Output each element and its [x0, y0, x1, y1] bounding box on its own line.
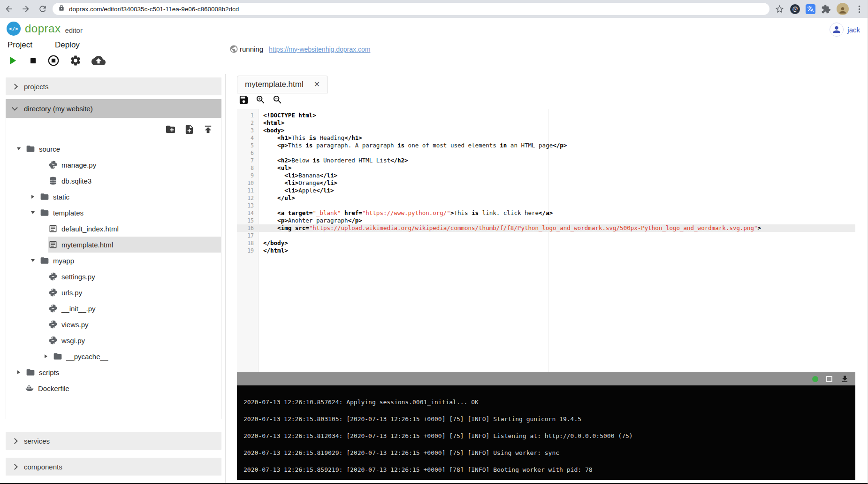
- tree-item-label: mytemplate.html: [61, 241, 113, 249]
- code-line-15[interactable]: 15 <p>Anohter paragraph</p>: [237, 217, 855, 224]
- translate-extension-icon[interactable]: [806, 4, 815, 14]
- code-line-4[interactable]: 4 <h1>This is Heading</h1>: [237, 134, 855, 142]
- deployment-link[interactable]: https://my-websitenhjg.doprax.com: [269, 46, 370, 53]
- tree-item-label: templates: [53, 209, 84, 217]
- tree-item-label: myapp: [53, 257, 74, 265]
- tree-item-static[interactable]: static: [30, 189, 221, 205]
- code-line-7[interactable]: 7 <h2>Below is Unordered HTML List</h2>: [237, 157, 855, 164]
- globe-icon: [229, 45, 238, 54]
- new-file-icon[interactable]: [184, 124, 195, 135]
- collapse-arrow-icon[interactable]: [30, 257, 36, 264]
- code-editor[interactable]: 1<!DOCTYPE html>2<html>3<body>4 <h1>This…: [237, 109, 855, 372]
- tree-item-settings-py[interactable]: settings.py: [48, 269, 221, 284]
- zoom-out-icon[interactable]: [272, 94, 283, 105]
- sidebar-section-services[interactable]: services: [6, 432, 221, 450]
- terminal-output[interactable]: 2020-07-13 12:26:10.857624: Applying ses…: [237, 385, 855, 480]
- bookmark-star-icon[interactable]: [775, 4, 784, 14]
- expand-arrow-icon[interactable]: [30, 193, 36, 200]
- code-line-14[interactable]: 14 <a target="_blank" href="https://www.…: [237, 209, 855, 217]
- extension-at-icon[interactable]: @: [790, 4, 800, 14]
- sidebar-section-projects[interactable]: projects: [6, 77, 221, 95]
- code-line-10[interactable]: 10 <li>Orange</li>: [237, 179, 855, 187]
- refresh-icon[interactable]: [36, 2, 50, 16]
- upload-icon[interactable]: [203, 124, 213, 135]
- user-avatar-icon[interactable]: [830, 23, 844, 37]
- user-name[interactable]: jack: [847, 26, 860, 34]
- tree-item-scripts[interactable]: scripts: [15, 364, 221, 380]
- tree-item-label: settings.py: [61, 273, 95, 281]
- tree-item-myapp[interactable]: myapp: [30, 253, 221, 269]
- tree-item-init-py[interactable]: __init__.py: [48, 300, 221, 316]
- menubar: Project Deploy: [8, 40, 80, 50]
- editor-tab[interactable]: mytemplate.html ✕: [237, 76, 328, 93]
- code-line-6[interactable]: 6: [237, 149, 855, 157]
- code-line-1[interactable]: 1<!DOCTYPE html>: [237, 112, 855, 119]
- tree-item-manage-py[interactable]: manage.py: [48, 157, 221, 173]
- tree-item-urls-py[interactable]: urls.py: [48, 284, 221, 300]
- menu-project[interactable]: Project: [8, 40, 32, 50]
- run-icon[interactable]: [6, 54, 19, 67]
- collapse-arrow-icon[interactable]: [30, 209, 36, 216]
- code-line-19[interactable]: 19</html>: [237, 247, 855, 254]
- code-line-11[interactable]: 11 <li>Apple</li>: [237, 187, 855, 194]
- download-log-icon[interactable]: [840, 375, 849, 384]
- tree-item-source[interactable]: source: [15, 141, 221, 157]
- user-menu[interactable]: jack: [830, 23, 860, 37]
- browser-profile-avatar[interactable]: [837, 3, 849, 15]
- tree-item-templates[interactable]: templates: [30, 205, 221, 221]
- tree-item-label: static: [53, 193, 69, 201]
- tree-item-db-sqlite3[interactable]: db.sqlite3: [48, 173, 221, 189]
- expand-arrow-icon[interactable]: [15, 369, 22, 376]
- forward-icon[interactable]: [19, 2, 33, 16]
- maximize-icon[interactable]: [826, 376, 832, 382]
- cloud-upload-icon[interactable]: [91, 54, 106, 68]
- line-number: 8: [237, 164, 259, 172]
- browser-menu-icon[interactable]: [854, 4, 864, 14]
- zoom-in-icon[interactable]: [255, 94, 266, 105]
- browser-chrome: doprax.com/editor/f340035c-c501-11ea-9e0…: [0, 0, 868, 18]
- brand-name: doprax: [25, 22, 61, 35]
- tab-close-icon[interactable]: ✕: [314, 81, 320, 88]
- back-icon[interactable]: [2, 2, 16, 16]
- expand-arrow-icon[interactable]: [43, 353, 49, 360]
- line-number: 9: [237, 172, 259, 179]
- code-line-18[interactable]: 18</body>: [237, 239, 855, 247]
- section-label: projects: [24, 83, 49, 91]
- menu-deploy[interactable]: Deploy: [55, 40, 80, 50]
- code-line-13[interactable]: 13: [237, 202, 855, 209]
- url-text[interactable]: doprax.com/editor/f340035c-c501-11ea-9e0…: [69, 6, 239, 13]
- tree-item-label: default_index.html: [61, 225, 119, 233]
- tree-item-dockerfile[interactable]: Dockerfile: [25, 380, 221, 396]
- stop-circle-icon[interactable]: [47, 54, 60, 67]
- address-bar[interactable]: doprax.com/editor/f340035c-c501-11ea-9e0…: [53, 3, 769, 15]
- save-icon[interactable]: [238, 94, 249, 105]
- line-number: 6: [237, 149, 259, 157]
- chevron-right-icon: [12, 438, 18, 444]
- code-line-2[interactable]: 2<html>: [237, 119, 855, 127]
- code-line-9[interactable]: 9 <li>Banana</li>: [237, 172, 855, 179]
- code-line-16[interactable]: 16 <img src="https://upload.wikimedia.or…: [237, 224, 855, 232]
- status-text: running: [240, 45, 263, 53]
- collapse-arrow-icon[interactable]: [15, 146, 22, 152]
- tree-item-wsgi-py[interactable]: wsgi.py: [48, 332, 221, 348]
- extensions-puzzle-icon[interactable]: [821, 4, 831, 14]
- code-line-17[interactable]: 17: [237, 232, 855, 239]
- tree-item-label: Dockerfile: [38, 384, 69, 392]
- terminal-line: 2020-07-13 12:26:10.857624: Applying ses…: [244, 394, 849, 411]
- code-line-3[interactable]: 3<body>: [237, 127, 855, 134]
- tree-item-pycache[interactable]: __pycache__: [43, 348, 221, 364]
- tree-item-views-py[interactable]: views.py: [48, 316, 221, 332]
- settings-icon[interactable]: [69, 54, 82, 67]
- tree-item-default-index-html[interactable]: default_index.html: [48, 221, 221, 237]
- code-line-8[interactable]: 8 <ul>: [237, 164, 855, 172]
- code-line-5[interactable]: 5 <p>This is paragraph. A paragraph is o…: [237, 142, 855, 149]
- line-number: 7: [237, 157, 259, 164]
- sidebar-section-components[interactable]: components: [6, 458, 221, 476]
- python-icon: [48, 272, 58, 281]
- line-number: 11: [237, 187, 259, 194]
- tree-item-mytemplate-html[interactable]: mytemplate.html: [48, 237, 221, 253]
- sidebar-section-directory[interactable]: directory (my website): [6, 99, 221, 118]
- stop-icon[interactable]: [29, 56, 38, 65]
- code-line-12[interactable]: 12 </ul>: [237, 194, 855, 202]
- new-folder-icon[interactable]: [165, 124, 176, 135]
